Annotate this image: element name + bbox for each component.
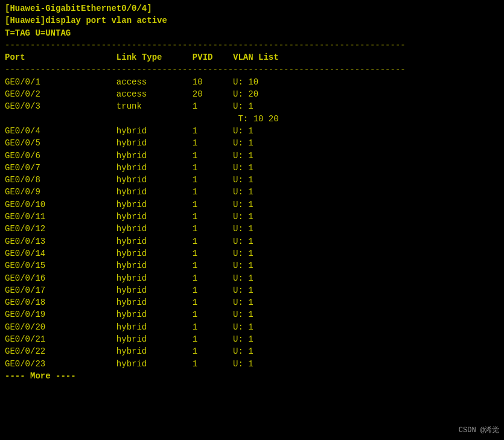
- terminal-line-23: GE0/0/16 hybrid 1 U: 1: [5, 272, 499, 284]
- terminal-line-15: GE0/0/8 hybrid 1 U: 1: [5, 174, 499, 186]
- watermark: CSDN @浠觉: [459, 425, 499, 435]
- terminal-line-29: GE0/0/22 hybrid 1 U: 1: [5, 345, 499, 357]
- terminal-line-18: GE0/0/11 hybrid 1 U: 1: [5, 211, 499, 223]
- terminal-line-20: GE0/0/13 hybrid 1 U: 1: [5, 235, 499, 247]
- terminal-line-3: ----------------------------------------…: [5, 39, 499, 51]
- terminal-window: [Huawei-GigabitEthernet0/0/4][Huawei]dis…: [0, 0, 504, 440]
- terminal-line-12: GE0/0/5 hybrid 1 U: 1: [5, 137, 499, 149]
- terminal-line-2: T=TAG U=UNTAG: [5, 27, 499, 39]
- terminal-line-4: Port Link Type PVID VLAN List: [5, 51, 499, 63]
- terminal-line-26: GE0/0/19 hybrid 1 U: 1: [5, 308, 499, 320]
- terminal-line-9: T: 10 20: [5, 113, 499, 125]
- terminal-line-28: GE0/0/21 hybrid 1 U: 1: [5, 333, 499, 345]
- terminal-line-31: ---- More ----: [5, 370, 499, 382]
- terminal-line-13: GE0/0/6 hybrid 1 U: 1: [5, 150, 499, 162]
- terminal-line-22: GE0/0/15 hybrid 1 U: 1: [5, 260, 499, 272]
- terminal-line-7: GE0/0/2 access 20 U: 20: [5, 88, 499, 100]
- terminal-line-14: GE0/0/7 hybrid 1 U: 1: [5, 162, 499, 174]
- terminal-line-30: GE0/0/23 hybrid 1 U: 1: [5, 358, 499, 370]
- terminal-line-11: GE0/0/4 hybrid 1 U: 1: [5, 125, 499, 137]
- terminal-line-1: [Huawei]display port vlan active: [5, 14, 499, 27]
- terminal-line-19: GE0/0/12 hybrid 1 U: 1: [5, 223, 499, 235]
- terminal-line-25: GE0/0/18 hybrid 1 U: 1: [5, 296, 499, 308]
- terminal-line-17: GE0/0/10 hybrid 1 U: 1: [5, 199, 499, 211]
- terminal-line-24: GE0/0/17 hybrid 1 U: 1: [5, 284, 499, 296]
- terminal-line-27: GE0/0/20 hybrid 1 U: 1: [5, 321, 499, 333]
- terminal-line-16: GE0/0/9 hybrid 1 U: 1: [5, 186, 499, 198]
- terminal-line-8: GE0/0/3 trunk 1 U: 1: [5, 100, 499, 112]
- terminal-line-0: [Huawei-GigabitEthernet0/0/4]: [5, 2, 499, 14]
- terminal-line-21: GE0/0/14 hybrid 1 U: 1: [5, 247, 499, 260]
- terminal-line-5: ----------------------------------------…: [5, 63, 499, 75]
- terminal-line-6: GE0/0/1 access 10 U: 10: [5, 76, 499, 88]
